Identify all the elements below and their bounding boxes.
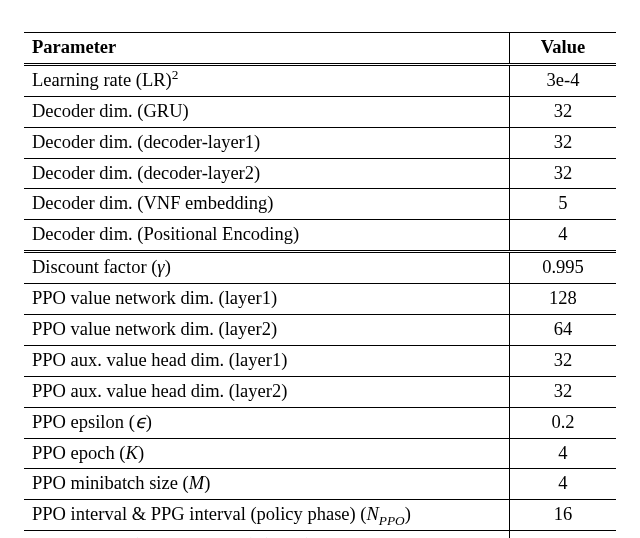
- value-cell: 32: [509, 127, 616, 158]
- value-cell: 32: [509, 376, 616, 407]
- param-cell: PPO aux. value head dim. (layer2): [24, 376, 509, 407]
- table-row: Decoder dim. (GRU)32: [24, 96, 616, 127]
- value-cell: 5: [509, 189, 616, 220]
- param-cell: Decoder dim. (decoder-layer2): [24, 158, 509, 189]
- param-cell: Discount factor (γ): [24, 252, 509, 284]
- param-cell: PPG interval (auxiliary phase) (NPPG): [24, 531, 509, 538]
- table-row: Discount factor (γ)0.995: [24, 252, 616, 284]
- col-header-value: Value: [509, 33, 616, 65]
- value-cell: 4: [509, 438, 616, 469]
- value-cell: 3e-4: [509, 64, 616, 96]
- value-cell: 64: [509, 315, 616, 346]
- page: Parameter Value Learning rate (LR)23e-4D…: [0, 0, 640, 538]
- table-row: Decoder dim. (VNF embedding)5: [24, 189, 616, 220]
- param-cell: Decoder dim. (decoder-layer1): [24, 127, 509, 158]
- table-row: PPO epsilon (ϵ)0.2: [24, 407, 616, 438]
- param-cell: Decoder dim. (GRU): [24, 96, 509, 127]
- table-row: PPO value network dim. (layer1)128: [24, 284, 616, 315]
- param-cell: Learning rate (LR)2: [24, 64, 509, 96]
- value-cell: 64: [509, 531, 616, 538]
- param-cell: PPO value network dim. (layer2): [24, 315, 509, 346]
- param-cell: PPO aux. value head dim. (layer1): [24, 345, 509, 376]
- value-cell: 32: [509, 345, 616, 376]
- value-cell: 4: [509, 469, 616, 500]
- table-header-row: Parameter Value: [24, 33, 616, 65]
- table-row: Decoder dim. (Positional Encoding)4: [24, 220, 616, 252]
- param-cell: Decoder dim. (VNF embedding): [24, 189, 509, 220]
- param-cell: Decoder dim. (Positional Encoding): [24, 220, 509, 252]
- table-row: PPG interval (auxiliary phase) (NPPG)64: [24, 531, 616, 538]
- hyperparameter-table: Parameter Value Learning rate (LR)23e-4D…: [24, 32, 616, 538]
- param-cell: PPO minibatch size (M): [24, 469, 509, 500]
- param-cell: PPO epsilon (ϵ): [24, 407, 509, 438]
- table-row: PPO minibatch size (M)4: [24, 469, 616, 500]
- col-header-parameter: Parameter: [24, 33, 509, 65]
- value-cell: 32: [509, 158, 616, 189]
- table-body: Learning rate (LR)23e-4Decoder dim. (GRU…: [24, 64, 616, 538]
- param-cell: PPO interval & PPG interval (policy phas…: [24, 500, 509, 531]
- table-row: PPO value network dim. (layer2)64: [24, 315, 616, 346]
- param-cell: PPO epoch (K): [24, 438, 509, 469]
- value-cell: 0.2: [509, 407, 616, 438]
- value-cell: 128: [509, 284, 616, 315]
- value-cell: 16: [509, 500, 616, 531]
- table-row: PPO aux. value head dim. (layer1)32: [24, 345, 616, 376]
- value-cell: 0.995: [509, 252, 616, 284]
- table-row: PPO interval & PPG interval (policy phas…: [24, 500, 616, 531]
- table-row: Learning rate (LR)23e-4: [24, 64, 616, 96]
- table-row: PPO epoch (K)4: [24, 438, 616, 469]
- table-row: Decoder dim. (decoder-layer1)32: [24, 127, 616, 158]
- param-cell: PPO value network dim. (layer1): [24, 284, 509, 315]
- table-row: PPO aux. value head dim. (layer2)32: [24, 376, 616, 407]
- table-row: Decoder dim. (decoder-layer2)32: [24, 158, 616, 189]
- value-cell: 4: [509, 220, 616, 252]
- value-cell: 32: [509, 96, 616, 127]
